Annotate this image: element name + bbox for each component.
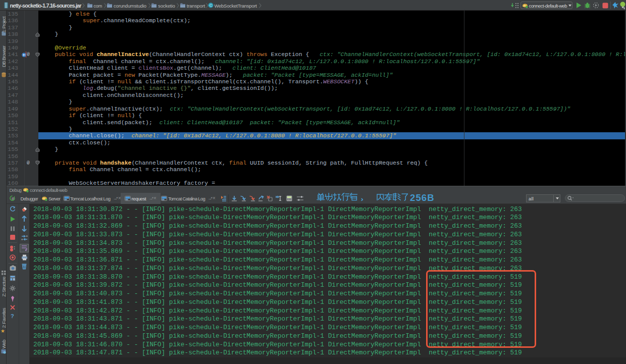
svg-text:C: C — [209, 3, 212, 8]
